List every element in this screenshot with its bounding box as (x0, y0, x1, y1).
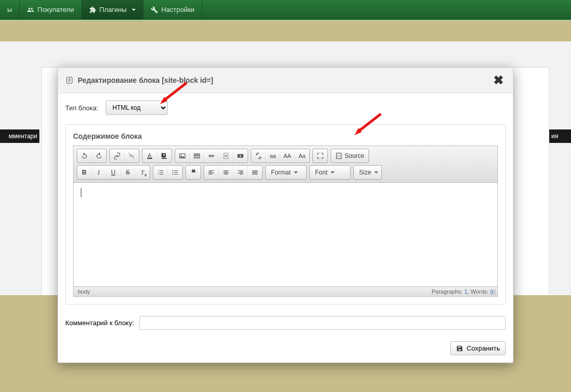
image-icon (179, 152, 186, 159)
save-icon (456, 345, 463, 352)
lowercase-button[interactable]: aa (266, 149, 280, 163)
replace-icon (255, 152, 262, 159)
unlink-button[interactable] (124, 149, 139, 163)
titlecase-button[interactable]: Aa (295, 149, 309, 163)
replace-button[interactable] (251, 149, 266, 163)
format-label: Format (271, 169, 291, 176)
svg-rect-6 (162, 158, 166, 159)
modal-title-text: Редактирование блока [site-block id=] (78, 76, 213, 84)
redo-button[interactable] (92, 149, 106, 163)
uppercase-label: AA (283, 153, 291, 159)
italic-button[interactable]: I (92, 166, 106, 179)
hr-icon (208, 152, 215, 159)
align-justify-icon (251, 169, 259, 176)
pagebreak-icon (222, 152, 230, 159)
font-label: Font (315, 169, 327, 176)
modal-backdrop: Редактирование блока [site-block id=] ✖ … (0, 0, 571, 392)
comment-label: Комментарий к блоку: (65, 319, 134, 327)
align-right-button[interactable] (233, 166, 248, 179)
svg-point-8 (180, 155, 181, 156)
modal-title: Редактирование блока [site-block id=] (65, 76, 213, 84)
youtube-button[interactable] (233, 149, 248, 163)
editor-path[interactable]: body (78, 288, 90, 295)
svg-point-25 (172, 174, 173, 175)
source-label: Source (345, 152, 364, 159)
edit-block-modal: Редактирование блока [site-block id=] ✖ … (58, 67, 513, 363)
textcolor-icon (146, 152, 153, 159)
save-label: Сохранить (466, 344, 500, 352)
link-icon (113, 152, 121, 159)
modal-header: Редактирование блока [site-block id=] ✖ (58, 68, 513, 93)
svg-rect-16 (223, 153, 227, 155)
underline-button[interactable]: U (106, 166, 121, 179)
svg-rect-17 (223, 156, 227, 158)
pagebreak-button[interactable] (219, 149, 233, 163)
list-icon (65, 76, 74, 84)
text-cursor (81, 188, 81, 197)
editor-panel-title: Содержимое блока (73, 132, 498, 140)
editor-toolbar: aa AA Aa Source (74, 146, 497, 183)
svg-rect-4 (147, 158, 152, 159)
bullet-list-button[interactable] (168, 166, 182, 179)
comment-row: Комментарий к блоку: (65, 316, 506, 330)
svg-point-23 (172, 170, 173, 171)
toolbar-row-2: B I U S T✕ ❝ (77, 165, 494, 180)
editor-panel: Содержимое блока (65, 124, 506, 304)
chevron-down-icon (331, 171, 335, 176)
maximize-button[interactable] (313, 149, 327, 163)
format-combo[interactable]: Format (265, 165, 307, 180)
table-button[interactable] (190, 149, 204, 163)
ul-icon (172, 169, 179, 176)
editor-statusbar: body Paragraphs: 1, Words: 0 (74, 286, 497, 296)
youtube-icon (237, 152, 244, 159)
undo-button[interactable] (77, 149, 92, 163)
font-combo[interactable]: Font (309, 165, 351, 180)
undo-icon (81, 152, 88, 159)
toolbar-row-1: aa AA Aa Source (77, 149, 494, 163)
hr-button[interactable] (204, 149, 219, 163)
comment-input[interactable] (139, 316, 506, 330)
svg-rect-9 (194, 154, 199, 158)
align-center-icon (222, 169, 230, 176)
redo-icon (95, 152, 103, 159)
blockquote-button[interactable]: ❝ (186, 166, 201, 179)
chevron-down-icon (294, 171, 298, 176)
bold-button[interactable]: B (77, 166, 92, 179)
editor-content[interactable] (74, 183, 497, 286)
unlink-icon (128, 152, 135, 159)
source-button[interactable]: Source (331, 149, 368, 163)
titlecase-label: Aa (298, 153, 305, 159)
block-type-label: Тип блока: (65, 104, 98, 112)
removeformat-button[interactable]: T✕ (135, 166, 150, 179)
close-button[interactable]: ✖ (491, 73, 506, 88)
chevron-down-icon (374, 171, 378, 176)
block-type-select[interactable]: HTML код (106, 100, 168, 115)
numbered-list-button[interactable] (153, 166, 168, 179)
ol-icon (157, 169, 164, 176)
source-icon (335, 152, 342, 159)
modal-body: Тип блока: HTML код Содержимое блока (58, 93, 513, 337)
link-button[interactable] (110, 149, 124, 163)
resize-handle-icon[interactable] (490, 289, 496, 295)
align-left-button[interactable] (204, 166, 219, 179)
align-right-icon (237, 169, 244, 176)
size-combo[interactable]: Size (353, 165, 382, 180)
block-type-row: Тип блока: HTML код (65, 100, 506, 115)
align-left-icon (208, 169, 215, 176)
svg-point-24 (172, 172, 173, 173)
editor-stats: Paragraphs: 1, Words: 0 (432, 288, 493, 295)
modal-footer: Сохранить (58, 337, 513, 362)
lowercase-label: aa (269, 153, 276, 159)
strike-button[interactable]: S (121, 166, 135, 179)
align-center-button[interactable] (219, 166, 233, 179)
image-button[interactable] (175, 149, 190, 163)
align-justify-button[interactable] (248, 166, 262, 179)
textcolor-button[interactable] (142, 149, 157, 163)
bgcolor-icon (161, 152, 168, 159)
save-button[interactable]: Сохранить (450, 341, 506, 355)
table-icon (193, 152, 201, 159)
maximize-icon (317, 152, 324, 159)
bgcolor-button[interactable] (157, 149, 172, 163)
uppercase-button[interactable]: AA (280, 149, 295, 163)
size-label: Size (359, 169, 371, 176)
